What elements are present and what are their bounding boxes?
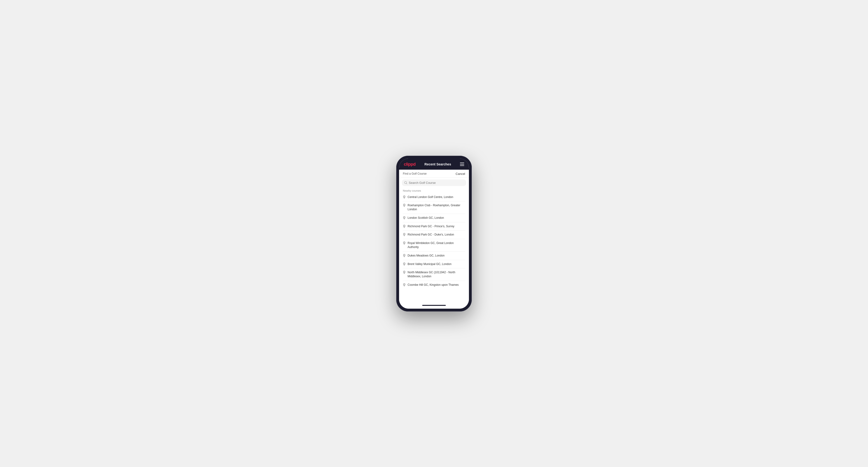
hamburger-line-3 xyxy=(460,165,464,166)
course-list-item[interactable]: Richmond Park GC - Duke's, London xyxy=(403,230,465,239)
course-list-item[interactable]: London Scottish GC, London xyxy=(403,214,465,222)
app-logo: clippd xyxy=(404,162,415,167)
pin-icon xyxy=(403,204,406,207)
course-name: Royal Wimbledon GC, Great London Authori… xyxy=(408,241,465,249)
course-list-item[interactable]: Brent Valley Municipal GC, London xyxy=(403,260,465,269)
course-list-item[interactable]: North Middlesex GC (1011942 - North Midd… xyxy=(403,268,465,281)
header-title: Recent Searches xyxy=(425,162,451,166)
app-header: clippd Recent Searches xyxy=(399,159,469,170)
course-name: Richmond Park GC - Duke's, London xyxy=(408,233,454,237)
course-name: Richmond Park GC - Prince's, Surrey xyxy=(408,224,454,228)
course-name: Roehampton Club - Roehampton, Greater Lo… xyxy=(408,204,465,212)
pin-icon xyxy=(403,283,406,287)
course-list-item[interactable]: Coombe Hill GC, Kingston upon Thames xyxy=(403,281,465,289)
course-name: London Scottish GC, London xyxy=(408,216,444,220)
course-list-item[interactable]: Roehampton Club - Roehampton, Greater Lo… xyxy=(403,201,465,214)
cancel-button[interactable]: Cancel xyxy=(456,172,465,176)
search-input[interactable] xyxy=(409,181,464,185)
course-name: Dukes Meadows GC, London xyxy=(408,254,445,258)
pin-icon xyxy=(403,262,406,266)
pin-icon xyxy=(403,225,406,228)
pin-icon xyxy=(403,254,406,257)
pin-icon xyxy=(403,233,406,237)
course-list: Central London Golf Centre, London Roeha… xyxy=(403,193,465,289)
phone-screen: clippd Recent Searches Find a Golf Cours… xyxy=(399,159,469,309)
pin-icon xyxy=(403,216,406,220)
home-bar xyxy=(422,305,446,306)
course-name: Coombe Hill GC, Kingston upon Thames xyxy=(408,283,459,287)
hamburger-line-2 xyxy=(460,164,464,164)
find-label: Find a Golf Course xyxy=(403,172,427,175)
svg-line-1 xyxy=(406,183,407,184)
course-list-item[interactable]: Dukes Meadows GC, London xyxy=(403,252,465,260)
course-name: Central London Golf Centre, London xyxy=(408,195,453,199)
search-box xyxy=(402,180,466,186)
search-icon xyxy=(404,181,407,184)
home-indicator xyxy=(399,302,469,309)
pin-icon xyxy=(403,241,406,245)
course-list-item[interactable]: Richmond Park GC - Prince's, Surrey xyxy=(403,222,465,231)
course-list-item[interactable]: Royal Wimbledon GC, Great London Authori… xyxy=(403,239,465,252)
pin-icon xyxy=(403,195,406,199)
course-name: North Middlesex GC (1011942 - North Midd… xyxy=(408,271,465,278)
search-container xyxy=(399,178,469,187)
find-bar: Find a Golf Course Cancel xyxy=(399,170,469,178)
menu-button[interactable] xyxy=(460,163,464,166)
hamburger-line-1 xyxy=(460,163,464,163)
pin-icon xyxy=(403,271,406,274)
phone-frame: clippd Recent Searches Find a Golf Cours… xyxy=(396,156,472,311)
course-list-item[interactable]: Central London Golf Centre, London xyxy=(403,193,465,201)
nearby-section: Nearby courses Central London Golf Centr… xyxy=(399,187,469,290)
content-area: Find a Golf Course Cancel Nearby courses xyxy=(399,170,469,302)
nearby-label: Nearby courses xyxy=(403,189,465,192)
course-name: Brent Valley Municipal GC, London xyxy=(408,262,452,266)
